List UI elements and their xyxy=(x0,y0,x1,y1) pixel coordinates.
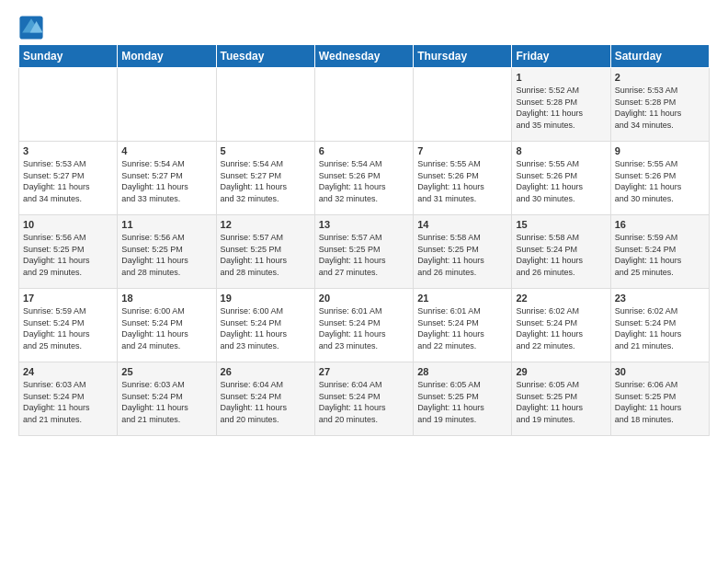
day-info: Sunrise: 6:02 AM Sunset: 5:24 PM Dayligh… xyxy=(516,305,606,351)
calendar-cell xyxy=(314,68,413,142)
day-number: 19 xyxy=(221,293,311,304)
day-number: 23 xyxy=(615,293,705,304)
week-row-1: 3Sunrise: 5:53 AM Sunset: 5:27 PM Daylig… xyxy=(19,142,710,215)
day-info: Sunrise: 5:54 AM Sunset: 5:27 PM Dayligh… xyxy=(221,158,311,204)
calendar-table: SundayMondayTuesdayWednesdayThursdayFrid… xyxy=(18,44,710,436)
day-info: Sunrise: 5:56 AM Sunset: 5:25 PM Dayligh… xyxy=(23,232,113,278)
day-info: Sunrise: 5:55 AM Sunset: 5:26 PM Dayligh… xyxy=(417,158,507,204)
calendar-cell xyxy=(118,68,216,142)
calendar-cell: 21Sunrise: 6:01 AM Sunset: 5:24 PM Dayli… xyxy=(414,289,512,362)
day-info: Sunrise: 6:00 AM Sunset: 5:24 PM Dayligh… xyxy=(121,305,211,351)
header-day-friday: Friday xyxy=(512,45,610,68)
calendar-cell: 26Sunrise: 6:04 AM Sunset: 5:24 PM Dayli… xyxy=(216,362,314,436)
day-number: 5 xyxy=(221,145,311,156)
calendar-cell: 20Sunrise: 6:01 AM Sunset: 5:24 PM Dayli… xyxy=(314,289,413,362)
calendar-cell: 3Sunrise: 5:53 AM Sunset: 5:27 PM Daylig… xyxy=(19,142,118,215)
calendar-cell: 11Sunrise: 5:56 AM Sunset: 5:25 PM Dayli… xyxy=(118,215,216,289)
day-info: Sunrise: 6:04 AM Sunset: 5:24 PM Dayligh… xyxy=(221,379,311,425)
day-number: 7 xyxy=(417,145,507,156)
day-info: Sunrise: 6:03 AM Sunset: 5:24 PM Dayligh… xyxy=(23,379,113,425)
day-info: Sunrise: 5:53 AM Sunset: 5:27 PM Dayligh… xyxy=(23,158,113,204)
week-row-2: 10Sunrise: 5:56 AM Sunset: 5:25 PM Dayli… xyxy=(19,215,710,289)
calendar-cell: 30Sunrise: 6:06 AM Sunset: 5:25 PM Dayli… xyxy=(610,362,709,436)
calendar-cell: 12Sunrise: 5:57 AM Sunset: 5:25 PM Dayli… xyxy=(216,215,314,289)
day-info: Sunrise: 5:56 AM Sunset: 5:25 PM Dayligh… xyxy=(121,232,211,278)
day-info: Sunrise: 6:05 AM Sunset: 5:25 PM Dayligh… xyxy=(417,379,507,425)
day-number: 8 xyxy=(516,145,606,156)
day-number: 17 xyxy=(23,293,113,304)
day-info: Sunrise: 5:55 AM Sunset: 5:26 PM Dayligh… xyxy=(516,158,606,204)
header-day-wednesday: Wednesday xyxy=(314,45,413,68)
day-number: 3 xyxy=(23,145,113,156)
header xyxy=(18,15,710,40)
logo xyxy=(18,15,48,40)
calendar-cell: 14Sunrise: 5:58 AM Sunset: 5:25 PM Dayli… xyxy=(414,215,512,289)
calendar-cell: 19Sunrise: 6:00 AM Sunset: 5:24 PM Dayli… xyxy=(216,289,314,362)
logo-icon xyxy=(18,15,44,40)
calendar-cell: 2Sunrise: 5:53 AM Sunset: 5:28 PM Daylig… xyxy=(610,68,709,142)
day-number: 30 xyxy=(615,366,705,377)
day-number: 16 xyxy=(615,219,705,230)
day-info: Sunrise: 5:58 AM Sunset: 5:24 PM Dayligh… xyxy=(516,232,606,278)
day-number: 26 xyxy=(221,366,311,377)
calendar-cell: 17Sunrise: 5:59 AM Sunset: 5:24 PM Dayli… xyxy=(19,289,118,362)
calendar-header-row: SundayMondayTuesdayWednesdayThursdayFrid… xyxy=(19,45,710,68)
calendar-cell: 24Sunrise: 6:03 AM Sunset: 5:24 PM Dayli… xyxy=(19,362,118,436)
day-number: 15 xyxy=(516,219,606,230)
day-number: 27 xyxy=(319,366,409,377)
calendar-cell: 18Sunrise: 6:00 AM Sunset: 5:24 PM Dayli… xyxy=(118,289,216,362)
day-number: 21 xyxy=(417,293,507,304)
header-day-thursday: Thursday xyxy=(414,45,512,68)
header-day-saturday: Saturday xyxy=(610,45,709,68)
calendar-page: SundayMondayTuesdayWednesdayThursdayFrid… xyxy=(0,0,728,445)
day-info: Sunrise: 6:04 AM Sunset: 5:24 PM Dayligh… xyxy=(319,379,409,425)
day-number: 24 xyxy=(23,366,113,377)
header-day-sunday: Sunday xyxy=(19,45,118,68)
calendar-cell: 8Sunrise: 5:55 AM Sunset: 5:26 PM Daylig… xyxy=(512,142,610,215)
day-info: Sunrise: 5:52 AM Sunset: 5:28 PM Dayligh… xyxy=(516,85,606,131)
day-number: 13 xyxy=(319,219,409,230)
day-info: Sunrise: 6:05 AM Sunset: 5:25 PM Dayligh… xyxy=(516,379,606,425)
calendar-cell: 16Sunrise: 5:59 AM Sunset: 5:24 PM Dayli… xyxy=(610,215,709,289)
day-number: 22 xyxy=(516,293,606,304)
day-number: 6 xyxy=(319,145,409,156)
day-info: Sunrise: 5:53 AM Sunset: 5:28 PM Dayligh… xyxy=(615,85,705,131)
calendar-cell xyxy=(19,68,118,142)
calendar-cell xyxy=(216,68,314,142)
day-number: 2 xyxy=(615,72,705,83)
calendar-cell: 28Sunrise: 6:05 AM Sunset: 5:25 PM Dayli… xyxy=(414,362,512,436)
calendar-cell: 15Sunrise: 5:58 AM Sunset: 5:24 PM Dayli… xyxy=(512,215,610,289)
calendar-cell: 4Sunrise: 5:54 AM Sunset: 5:27 PM Daylig… xyxy=(118,142,216,215)
day-info: Sunrise: 6:03 AM Sunset: 5:24 PM Dayligh… xyxy=(121,379,211,425)
calendar-cell: 7Sunrise: 5:55 AM Sunset: 5:26 PM Daylig… xyxy=(414,142,512,215)
day-number: 29 xyxy=(516,366,606,377)
day-info: Sunrise: 6:00 AM Sunset: 5:24 PM Dayligh… xyxy=(221,305,311,351)
calendar-cell: 5Sunrise: 5:54 AM Sunset: 5:27 PM Daylig… xyxy=(216,142,314,215)
day-number: 20 xyxy=(319,293,409,304)
day-info: Sunrise: 6:06 AM Sunset: 5:25 PM Dayligh… xyxy=(615,379,705,425)
week-row-4: 24Sunrise: 6:03 AM Sunset: 5:24 PM Dayli… xyxy=(19,362,710,436)
day-number: 18 xyxy=(121,293,211,304)
day-number: 14 xyxy=(417,219,507,230)
day-number: 9 xyxy=(615,145,705,156)
calendar-cell: 29Sunrise: 6:05 AM Sunset: 5:25 PM Dayli… xyxy=(512,362,610,436)
calendar-cell: 13Sunrise: 5:57 AM Sunset: 5:25 PM Dayli… xyxy=(314,215,413,289)
day-info: Sunrise: 6:02 AM Sunset: 5:24 PM Dayligh… xyxy=(615,305,705,351)
week-row-0: 1Sunrise: 5:52 AM Sunset: 5:28 PM Daylig… xyxy=(19,68,710,142)
day-number: 1 xyxy=(516,72,606,83)
day-info: Sunrise: 5:55 AM Sunset: 5:26 PM Dayligh… xyxy=(615,158,705,204)
day-info: Sunrise: 5:54 AM Sunset: 5:27 PM Dayligh… xyxy=(121,158,211,204)
header-day-monday: Monday xyxy=(118,45,216,68)
calendar-cell: 23Sunrise: 6:02 AM Sunset: 5:24 PM Dayli… xyxy=(610,289,709,362)
calendar-cell: 6Sunrise: 5:54 AM Sunset: 5:26 PM Daylig… xyxy=(314,142,413,215)
calendar-cell: 9Sunrise: 5:55 AM Sunset: 5:26 PM Daylig… xyxy=(610,142,709,215)
header-day-tuesday: Tuesday xyxy=(216,45,314,68)
day-info: Sunrise: 5:59 AM Sunset: 5:24 PM Dayligh… xyxy=(23,305,113,351)
day-number: 11 xyxy=(121,219,211,230)
day-number: 12 xyxy=(221,219,311,230)
day-info: Sunrise: 5:54 AM Sunset: 5:26 PM Dayligh… xyxy=(319,158,409,204)
day-number: 28 xyxy=(417,366,507,377)
day-info: Sunrise: 5:59 AM Sunset: 5:24 PM Dayligh… xyxy=(615,232,705,278)
calendar-cell: 25Sunrise: 6:03 AM Sunset: 5:24 PM Dayli… xyxy=(118,362,216,436)
day-info: Sunrise: 5:57 AM Sunset: 5:25 PM Dayligh… xyxy=(319,232,409,278)
